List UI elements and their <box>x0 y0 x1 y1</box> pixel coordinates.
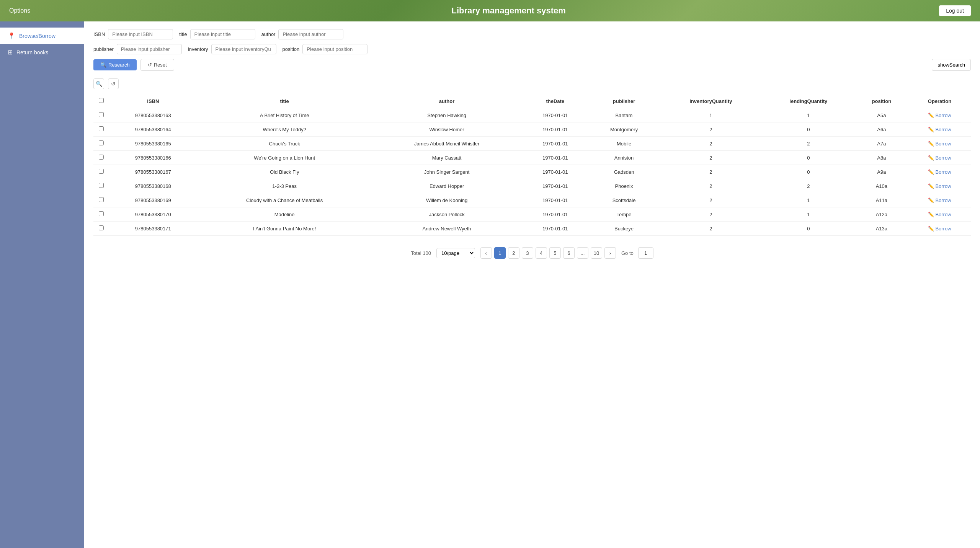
borrow-button-3[interactable]: ✏️ Borrow <box>928 155 951 161</box>
position-input[interactable] <box>302 44 368 54</box>
row-check-7[interactable] <box>99 211 104 216</box>
search-form: ISBN title author publisher in <box>93 29 971 71</box>
title-input[interactable] <box>190 29 255 39</box>
page-3-button[interactable]: 3 <box>522 247 533 259</box>
row-checkbox-2 <box>93 137 109 151</box>
page-2-button[interactable]: 2 <box>508 247 519 259</box>
row-lending-qty-6: 1 <box>762 193 855 207</box>
main-content: ISBN title author publisher in <box>84 21 980 548</box>
edit-icon-8: ✏️ <box>928 226 934 232</box>
author-input[interactable] <box>278 29 343 39</box>
row-publisher-6: Scottsdale <box>588 193 660 207</box>
table-row: 9780553380168 1-2-3 Peas Edward Hopper 1… <box>93 179 971 193</box>
row-check-8[interactable] <box>99 225 104 230</box>
row-check-3[interactable] <box>99 155 104 160</box>
row-lending-qty-2: 2 <box>762 137 855 151</box>
row-check-1[interactable] <box>99 126 104 131</box>
pagination: Total 100 10/page 20/page 50/page ‹ 1 2 … <box>93 243 971 263</box>
row-check-2[interactable] <box>99 140 104 145</box>
th-operation: Operation <box>908 94 971 108</box>
th-date: theDate <box>522 94 588 108</box>
row-isbn-4: 9780553380167 <box>109 165 198 179</box>
borrow-button-7[interactable]: ✏️ Borrow <box>928 212 951 217</box>
borrow-button-1[interactable]: ✏️ Borrow <box>928 127 951 132</box>
isbn-label: ISBN <box>93 31 105 37</box>
prev-page-button[interactable]: ‹ <box>480 247 492 259</box>
location-icon: 📍 <box>8 32 15 39</box>
row-inventory-qty-0: 1 <box>660 108 762 122</box>
sidebar-item-browse-borrow-label: Browse/Borrow <box>19 33 56 39</box>
row-check-4[interactable] <box>99 169 104 174</box>
row-author-6: Willem de Kooning <box>372 193 522 207</box>
page-4-button[interactable]: 4 <box>536 247 547 259</box>
header-options-label: Options <box>9 7 78 14</box>
page-5-button[interactable]: 5 <box>549 247 561 259</box>
goto-label: Go to <box>621 250 634 256</box>
table-header: ISBN title author theDate publisher inve… <box>93 94 971 108</box>
row-checkbox-8 <box>93 222 109 236</box>
row-check-0[interactable] <box>99 112 104 117</box>
publisher-label: publisher <box>93 46 114 52</box>
row-inventory-qty-1: 2 <box>660 122 762 137</box>
author-field: author <box>261 29 344 39</box>
logout-button[interactable]: Log out <box>939 5 971 16</box>
row-author-1: Winslow Homer <box>372 122 522 137</box>
page-size-select[interactable]: 10/page 20/page 50/page <box>436 248 475 258</box>
publisher-input[interactable] <box>117 44 182 54</box>
title-label: title <box>179 31 187 37</box>
row-isbn-5: 9780553380168 <box>109 179 198 193</box>
show-search-button[interactable]: showSearch <box>932 59 971 71</box>
row-check-5[interactable] <box>99 183 104 188</box>
book-table: ISBN title author theDate publisher inve… <box>93 94 971 236</box>
header: Options Library management system Log ou… <box>0 0 980 21</box>
isbn-input[interactable] <box>108 29 173 39</box>
borrow-button-6[interactable]: ✏️ Borrow <box>928 197 951 203</box>
row-lending-qty-7: 1 <box>762 207 855 222</box>
row-operation-4: ✏️ Borrow <box>908 165 971 179</box>
row-publisher-4: Gadsden <box>588 165 660 179</box>
row-position-2: A7a <box>855 137 908 151</box>
page-1-button[interactable]: 1 <box>494 247 506 259</box>
inventory-input[interactable] <box>211 44 276 54</box>
page-10-button[interactable]: 10 <box>591 247 602 259</box>
row-date-0: 1970-01-01 <box>522 108 588 122</box>
research-button[interactable]: 🔍 Research <box>93 59 137 70</box>
table-row: 9780553380169 Cloudy with a Chance of Me… <box>93 193 971 207</box>
edit-icon-2: ✏️ <box>928 141 934 147</box>
th-publisher: publisher <box>588 94 660 108</box>
inventory-field: inventory <box>188 44 276 54</box>
borrow-button-0[interactable]: ✏️ Borrow <box>928 113 951 118</box>
next-page-button[interactable]: › <box>604 247 616 259</box>
publisher-field: publisher <box>93 44 182 54</box>
refresh-toolbar-icon[interactable]: ↺ <box>108 78 119 89</box>
goto-input[interactable] <box>638 247 653 259</box>
page-6-button[interactable]: 6 <box>563 247 575 259</box>
reset-button[interactable]: ↺ Reset <box>140 59 174 71</box>
sidebar-item-browse-borrow[interactable]: 📍 Browse/Borrow <box>0 28 84 44</box>
borrow-button-2[interactable]: ✏️ Borrow <box>928 141 951 147</box>
row-publisher-5: Phoenix <box>588 179 660 193</box>
th-position: position <box>855 94 908 108</box>
row-publisher-7: Tempe <box>588 207 660 222</box>
row-publisher-8: Buckeye <box>588 222 660 236</box>
select-all-checkbox[interactable] <box>99 98 104 103</box>
borrow-button-4[interactable]: ✏️ Borrow <box>928 169 951 175</box>
row-check-6[interactable] <box>99 197 104 202</box>
row-lending-qty-4: 0 <box>762 165 855 179</box>
position-label: position <box>283 46 300 52</box>
row-position-6: A11a <box>855 193 908 207</box>
row-operation-8: ✏️ Borrow <box>908 222 971 236</box>
search-toolbar-icon[interactable]: 🔍 <box>93 78 104 89</box>
row-operation-7: ✏️ Borrow <box>908 207 971 222</box>
ellipsis-button: ... <box>577 247 588 259</box>
title-field: title <box>179 29 255 39</box>
borrow-button-8[interactable]: ✏️ Borrow <box>928 226 951 232</box>
pagination-total: Total 100 <box>411 250 431 256</box>
row-operation-6: ✏️ Borrow <box>908 193 971 207</box>
borrow-button-5[interactable]: ✏️ Borrow <box>928 183 951 189</box>
row-position-1: A6a <box>855 122 908 137</box>
sidebar-item-return-books[interactable]: ⊞ Return books <box>0 44 84 60</box>
row-lending-qty-5: 2 <box>762 179 855 193</box>
row-operation-3: ✏️ Borrow <box>908 151 971 165</box>
row-inventory-qty-7: 2 <box>660 207 762 222</box>
